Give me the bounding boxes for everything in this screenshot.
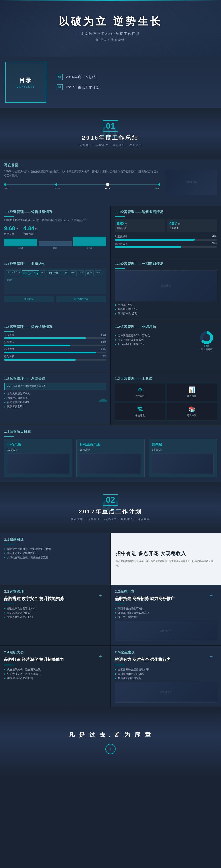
s11a-bar — [4, 216, 14, 217]
s25a-b2: 推进重点项目按时落地 — [115, 672, 217, 676]
contents-title-en: CONTENTS — [17, 85, 35, 88]
s25a-bigtext: 推进有力 及时有否 强化执行力 — [115, 657, 217, 662]
s12a-plabel-1: 工程维修 80% — [4, 333, 106, 337]
s11b-progress: 年度完成率 78% 目标达成率 65% — [115, 235, 217, 248]
contents-num-1: 01 — [57, 74, 63, 80]
s12c-heading: 1.2运营管理——总结会议 — [4, 376, 106, 381]
s11a-unit1: 亿 — [16, 228, 18, 231]
s12a-plabel-2: 安全保卫 65% — [4, 340, 106, 344]
s22b-photo: 品牌推广图 — [115, 621, 217, 641]
train-label: 培训体系 — [187, 414, 196, 417]
icon-ops: ⚙ 运营流程 — [115, 383, 165, 401]
s24a-bigtext: 品牌打造 经营深化 提升招募能力 — [4, 657, 106, 662]
s02-sub1: 招商营销 — [71, 518, 83, 521]
bar-col-3: 2016 — [73, 237, 106, 249]
fore-body: 2016年，全国房地产市场在政策调控下稳步发展，北京市场经历了深刻变革。面对复杂… — [4, 169, 160, 178]
s02-sub5: 综合建设 — [138, 518, 150, 521]
s13-proj3-name: 现代城 — [152, 442, 214, 447]
prog-label-2: 目标达成率 65% — [115, 242, 217, 246]
s12b-right-title: 总体满意度 — [201, 348, 213, 351]
s22b-bullets: 制定年度品牌推广方案 开展系列商务活动10场以上 线上线下融合推广 — [115, 606, 217, 619]
platform-label: 中台建设 — [135, 414, 145, 417]
slide-2-2b: ＋ 2.2品牌广宣 品牌搭建 商务招募 助力商务推广 制定年度品牌推广方案 开展… — [111, 585, 221, 646]
slide-2-4a: ＋ 2.4组织为公 品牌打造 经营深化 提升招募能力 优化组织架构，强化团队建设… — [0, 646, 110, 706]
contents-num-2: 02 — [57, 84, 63, 90]
s13-proj3-area: 35,000㎡ — [152, 448, 214, 452]
s11a-num1: 9.68 — [4, 225, 15, 232]
s11b-unit1: 万 — [125, 223, 127, 226]
s22a-b2: 推进品牌标准化建设 — [4, 611, 106, 615]
s12b-pct: 92% — [204, 345, 209, 348]
section01-subtitles: 运营管理 · 品牌推广 · 组织建设 · 综合管理 — [80, 144, 141, 147]
s22b-b1: 制定年度品牌推广方案 — [115, 606, 217, 611]
s11d-bullet2: 到期续约率 85% — [115, 307, 217, 311]
closing-slide: 凡 是 过 去，皆 为 序 章 ↓ — [0, 707, 221, 779]
timeline-dot-4 — [158, 183, 160, 186]
perf-label: 绩效管理 — [187, 395, 196, 398]
contents-section: 目录 CONTENTS 01 2016年度工作总结 02 2017年重点工作计划 — [0, 57, 221, 108]
s11a-desc: 2016年全年销售金额共计xxx亿，较年度目标完成率xxx%，具体情况如下： — [4, 218, 106, 222]
s01-sub2: 品牌推广 — [96, 144, 108, 147]
closing-text: 凡 是 过 去，皆 为 序 章 — [69, 731, 152, 739]
s11a-heading: 1.1经营管理——销售业绩情况 — [4, 210, 106, 214]
s02-sub4: 组织建设 — [121, 518, 133, 521]
closing-diagonal — [0, 707, 221, 779]
s21b-sub: 重点聚焦招商引资核心任务，通过多元化营销手段，实现商业价值最大化，助力项目持续稳… — [116, 560, 216, 568]
s01-sub3: 组织建设 — [113, 144, 125, 147]
s13-proj1-img — [7, 453, 69, 474]
s11b-stats: 982 万 营销收缴 407 万 非业费用 — [115, 219, 217, 232]
timeline-dot-2 — [55, 183, 57, 186]
s11a-stat2: 4.84 亿 回款金额 — [23, 225, 37, 236]
hero-top-line — [0, 0, 221, 1]
slide-grid-02: 2.1招商概述 制定全年招商目标，计划新增商户50家 重点引进知名品牌10个以上… — [0, 533, 221, 707]
bar-2 — [38, 241, 71, 246]
s11b-stat2: 407 万 非业费用 — [167, 219, 217, 232]
hero-reporter: 汇报人：蓝黄设计 — [96, 38, 125, 42]
s13-proj1-name: 中心广场 — [7, 442, 69, 447]
s22a-bullets: 强化数字化运营管理体系 推进品牌标准化建设 完善人才招募培训机制 — [4, 606, 106, 619]
s22a-heading: 2.2运营管理 — [4, 589, 106, 594]
s11a-label1: 签约金额 — [4, 232, 18, 236]
s12a-bars: 工程维修 80% 安全保卫 65% 环境保洁 90% — [4, 333, 106, 361]
s12c-desc: 2016年8月召开广场运营管理总结大会 — [4, 383, 106, 390]
s12b-b3: 投诉件数同比下降35% — [115, 342, 194, 346]
timeline-label-4: 2017 — [155, 187, 160, 190]
s13-proj1: 中心广场 12,000㎡ — [4, 439, 72, 477]
timeline-label-1: 2014 — [4, 187, 9, 190]
contents-item-1: 01 2016年度工作总结 — [57, 74, 216, 80]
ops-label: 运营流程 — [135, 395, 145, 398]
slide-1-1b: 1.1经营管理——销售业绩情况 982 万 营销收缴 407 万 非业费用 — [111, 206, 221, 257]
slide-2-1a: 2.1招商概述 制定全年招商目标，计划新增商户50家 重点引进知名品牌10个以上… — [0, 533, 110, 585]
s22b-bigtext: 品牌搭建 商务招募 助力商务推广 — [115, 596, 217, 601]
s21a-b1: 制定全年招商目标，计划新增商户50家 — [4, 547, 106, 551]
ops-icon: ⚙ — [137, 386, 143, 393]
s22a-plus: ＋ — [98, 593, 102, 598]
hero-title: 以破为立 逆势生长 — [59, 14, 162, 29]
s12b-bullets: 客户满意度提升8.3个百分点 服务响应时效提高40% 投诉件数同比下降35% — [115, 333, 194, 346]
s22a-b3: 完善人才招募培训机制 — [4, 615, 106, 619]
s25a-photo: 组织建设图 — [115, 682, 217, 703]
s12a-prog-2: 安全保卫 65% — [4, 340, 106, 346]
s22a-bigtext: 品牌搭建 数字安全 提升技能招募 — [4, 596, 106, 601]
s12b-donut: 92% 总体满意度 — [196, 331, 217, 351]
closing-arrow[interactable]: ↓ — [105, 744, 116, 754]
s12a-heading: 1.2运营管理——综合运维情况 — [4, 324, 106, 329]
s12d-icons: ⚙ 运营流程 📊 绩效管理 🏗 中台建设 📚 培训体系 — [115, 383, 217, 421]
s11b-num1: 982 — [117, 221, 125, 226]
slide-grid: 1.1经营管理——销售业绩情况 2016年全年销售金额共计xxx亿，较年度目标完… — [0, 206, 221, 482]
slide-1-1c: 1.1经营管理——业态结构 现代城市广场 中心广场 住宅 时代城市广场 商业 办… — [0, 257, 110, 320]
s11c-wordcloud: 现代城市广场 中心广场 住宅 时代城市广场 商业 办公 公寓 业态 配套 — [4, 268, 106, 294]
s12c-bullets: 参与人数超过100人 达成共识事项18条 推进落实率约100% 满意度达4.7% — [4, 391, 106, 409]
s25a-b1: 全面提升综合运营管理水平 — [115, 667, 217, 672]
timeline-label-2: 2015 — [55, 187, 60, 190]
slide-1-3: 1.3经营项目概述 中心广场 12,000㎡ 时代城市广场 28,000㎡ 现代… — [0, 425, 221, 482]
s11b-unit2: 万 — [178, 223, 180, 226]
s25a-bullets: 全面提升综合运营管理水平 推进重点项目按时落地 加强跨部门协调配合 — [115, 667, 217, 680]
perf-icon: 📊 — [188, 386, 195, 393]
s12b-b1: 客户满意度提升8.3个百分点 — [115, 333, 194, 338]
s13-proj3-img — [152, 453, 214, 474]
hero-section: 以破为立 逆势生长 — 北京地产公司2017年度工作回报 — 汇报人：蓝黄设计 — [0, 0, 221, 57]
s24a-b1: 优化组织架构，强化团队建设 — [4, 667, 106, 672]
contents-label-2: 2017年重点工作计划 — [66, 85, 99, 90]
s11d-bullets: 出租率 78% 到期续约率 85% 新增商户数 12家 — [115, 303, 217, 316]
